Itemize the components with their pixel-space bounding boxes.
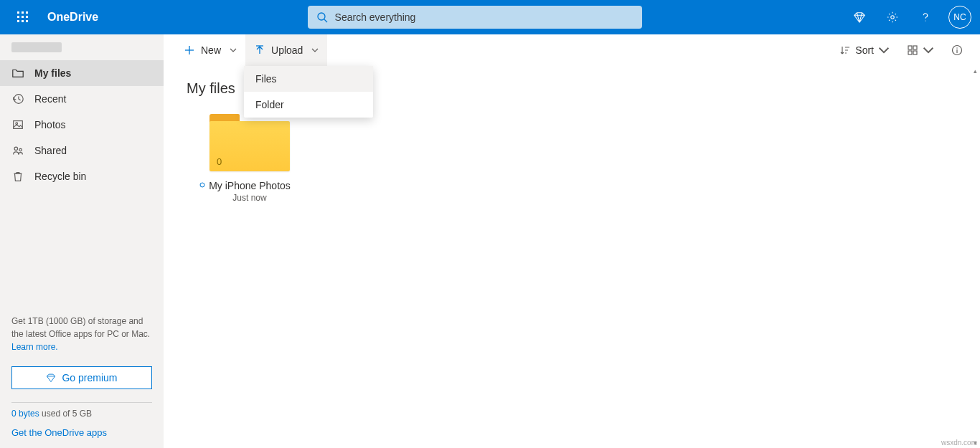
promo-block: Get 1TB (1000 GB) of storage and the lat… (0, 306, 164, 362)
new-label: New (201, 44, 221, 56)
sidebar: My files Recent Photos Shared Recycle bi… (0, 34, 164, 448)
settings-icon[interactable] (877, 0, 908, 34)
chevron-down-icon (878, 44, 890, 56)
photos-icon (11, 118, 24, 131)
app-name[interactable]: OneDrive (40, 11, 105, 24)
watermark: wsxdn.com (941, 439, 977, 447)
toolbar: New Upload Sort (164, 34, 980, 66)
content-area: My files 0 My iPhone Photos Just now (164, 66, 980, 448)
tile-subline: Just now (232, 193, 266, 203)
chevron-down-icon (230, 47, 237, 54)
get-apps-link[interactable]: Get the OneDrive apps (11, 427, 107, 438)
svg-point-26 (956, 47, 957, 48)
upload-files-item[interactable]: Files (244, 66, 373, 92)
search-box[interactable] (308, 6, 642, 29)
search-input[interactable] (335, 11, 633, 23)
svg-line-10 (324, 19, 327, 22)
tenant-label (0, 34, 164, 60)
storage-of: used of 5 GB (39, 409, 92, 419)
svg-rect-3 (17, 16, 19, 18)
scrollbar[interactable]: ▴ ▾ (969, 66, 980, 448)
svg-point-9 (318, 13, 325, 20)
svg-point-15 (16, 123, 18, 125)
chevron-down-icon (923, 44, 934, 56)
svg-rect-14 (14, 121, 23, 129)
svg-rect-7 (22, 20, 24, 22)
folder-item-count: 0 (217, 156, 222, 167)
svg-rect-4 (22, 16, 24, 18)
svg-point-16 (14, 147, 18, 151)
sidebar-item-label: Shared (34, 145, 67, 156)
grid-view-icon (907, 44, 918, 56)
sidebar-item-label: My files (34, 67, 71, 79)
upload-label: Upload (271, 44, 303, 56)
svg-rect-0 (17, 11, 19, 14)
sidebar-item-photos[interactable]: Photos (0, 112, 164, 138)
info-icon (951, 44, 963, 56)
svg-rect-23 (908, 51, 912, 54)
svg-rect-6 (17, 20, 19, 22)
tile-name: My iPhone Photos (209, 180, 291, 191)
plus-icon (184, 44, 195, 56)
upload-dropdown: Files Folder (244, 66, 373, 118)
app-launcher-button[interactable] (6, 0, 40, 34)
recent-icon (11, 92, 24, 105)
folder-large-icon: 0 (209, 114, 290, 171)
app-header: OneDrive NC (0, 0, 980, 34)
svg-point-11 (891, 16, 895, 19)
diamond-icon (46, 373, 56, 383)
svg-rect-5 (26, 16, 28, 18)
folder-tile[interactable]: 0 My iPhone Photos Just now (187, 114, 313, 203)
sidebar-item-recent[interactable]: Recent (0, 86, 164, 112)
sidebar-item-shared[interactable]: Shared (0, 138, 164, 163)
svg-rect-1 (22, 11, 24, 14)
sidebar-item-my-files[interactable]: My files (0, 60, 164, 86)
sidebar-item-label: Photos (34, 119, 66, 130)
go-premium-button[interactable]: Go premium (11, 366, 152, 389)
premium-button-label: Go premium (62, 372, 117, 383)
svg-rect-2 (26, 11, 28, 14)
upload-folder-item[interactable]: Folder (244, 92, 373, 118)
sync-icon (199, 181, 206, 189)
account-avatar[interactable]: NC (948, 6, 971, 29)
premium-icon[interactable] (844, 0, 875, 34)
recycle-icon (11, 170, 24, 183)
svg-rect-24 (913, 51, 917, 54)
upload-icon (254, 44, 265, 56)
storage-used[interactable]: 0 bytes (11, 409, 39, 419)
learn-more-link[interactable]: Learn more. (11, 342, 58, 352)
main-panel: New Upload Sort (164, 34, 980, 448)
svg-rect-21 (908, 46, 912, 49)
sort-button[interactable]: Sort (834, 39, 895, 62)
storage-usage: 0 bytes used of 5 GB (0, 406, 164, 423)
info-button[interactable] (946, 39, 969, 62)
svg-point-12 (925, 20, 925, 21)
help-icon[interactable] (910, 0, 941, 34)
new-button[interactable]: New (175, 34, 245, 66)
sort-label: Sort (855, 44, 874, 56)
folder-icon (11, 67, 24, 80)
upload-button[interactable]: Upload (245, 34, 327, 66)
sort-icon (839, 44, 851, 56)
sidebar-item-label: Recycle bin (34, 171, 86, 182)
view-toggle-button[interactable] (901, 39, 940, 62)
shared-icon (11, 144, 24, 157)
divider (11, 402, 152, 403)
svg-rect-8 (26, 20, 28, 22)
sidebar-item-label: Recent (34, 93, 66, 105)
sidebar-item-recycle-bin[interactable]: Recycle bin (0, 163, 164, 189)
search-icon (316, 11, 328, 23)
chevron-down-icon (311, 47, 319, 54)
svg-point-17 (19, 148, 22, 151)
svg-rect-22 (913, 46, 917, 49)
promo-text: Get 1TB (1000 GB) of storage and the lat… (11, 316, 150, 339)
